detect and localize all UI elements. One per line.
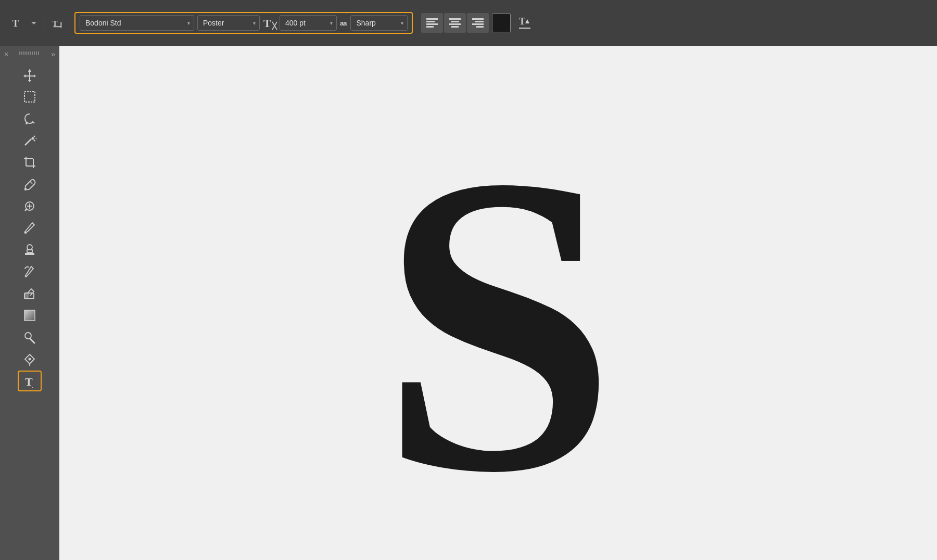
text-tool-button[interactable]: T <box>8 15 26 31</box>
svg-rect-15 <box>451 26 459 28</box>
svg-text:T: T <box>53 19 58 28</box>
history-brush-tool[interactable] <box>18 261 42 282</box>
lasso-icon <box>23 112 36 125</box>
antialiasing-select[interactable]: Sharp <box>350 15 408 31</box>
left-sidebar: × » <box>0 46 59 560</box>
svg-rect-43 <box>25 253 34 255</box>
align-group <box>421 13 489 33</box>
svg-rect-18 <box>472 23 484 25</box>
eraser-icon <box>23 287 36 300</box>
svg-line-35 <box>30 182 32 184</box>
align-center-icon <box>448 16 462 30</box>
svg-rect-9 <box>426 21 435 22</box>
align-left-icon <box>425 16 439 30</box>
text-orientation-icon: T <box>52 17 63 29</box>
align-right-button[interactable] <box>467 13 489 33</box>
magic-wand-tool[interactable] <box>18 130 42 151</box>
sidebar-expand-button[interactable]: » <box>51 50 55 58</box>
svg-rect-46 <box>24 293 29 299</box>
svg-point-41 <box>27 245 32 250</box>
stamp-tool[interactable] <box>18 239 42 260</box>
type-tool[interactable]: T . <box>18 371 42 391</box>
text-orientation-button[interactable]: T <box>48 15 66 31</box>
svg-text:.: . <box>32 383 33 388</box>
brush-tool[interactable] <box>18 218 42 238</box>
brush-icon <box>23 221 36 235</box>
svg-marker-23 <box>23 69 36 82</box>
text-tool-group: T T <box>8 15 66 31</box>
svg-rect-48 <box>24 310 35 321</box>
svg-rect-19 <box>476 26 484 28</box>
svg-rect-11 <box>426 26 434 28</box>
svg-text:T: T <box>12 18 19 29</box>
history-brush-icon <box>23 265 36 278</box>
stamp-icon <box>23 243 36 257</box>
sidebar-close-button[interactable]: × <box>4 50 8 58</box>
align-center-button[interactable] <box>444 13 466 33</box>
top-toolbar: T T Bodoni Std ▾ Pos <box>0 0 937 46</box>
text-tool-icon: T <box>11 17 23 29</box>
antialiasing-label-icon: aa <box>340 19 346 27</box>
text-tool-dropdown[interactable] <box>28 18 40 28</box>
lasso-tool[interactable] <box>18 108 42 129</box>
text-color-swatch[interactable] <box>492 14 511 32</box>
marquee-tool[interactable] <box>18 86 42 107</box>
font-size-select[interactable]: 400 pt <box>280 15 337 31</box>
type-icon: T . <box>23 374 36 388</box>
svg-text:T: T <box>263 17 271 30</box>
eyedropper-icon <box>23 177 36 191</box>
svg-line-50 <box>30 339 34 343</box>
crop-tool[interactable] <box>18 152 42 173</box>
move-icon <box>23 68 36 82</box>
svg-text:T: T <box>519 16 525 27</box>
svg-marker-27 <box>31 137 34 140</box>
font-style-wrapper: Poster ▾ <box>197 15 260 31</box>
align-left-button[interactable] <box>421 13 443 33</box>
antialiasing-group: aa Sharp ▾ <box>340 15 408 31</box>
font-name-wrapper: Bodoni Std ▾ <box>80 15 194 31</box>
font-size-svg: T <box>263 16 277 30</box>
svg-line-26 <box>25 139 31 145</box>
gradient-tool[interactable] <box>18 305 42 326</box>
dodge-icon <box>23 330 36 344</box>
gradient-icon <box>23 309 36 322</box>
move-tool[interactable] <box>18 65 42 85</box>
svg-point-25 <box>26 122 28 124</box>
font-style-select[interactable]: Poster <box>197 15 260 31</box>
healing-tool[interactable] <box>18 196 42 217</box>
pen-icon <box>23 352 36 366</box>
sidebar-top-bar: × » <box>0 46 59 62</box>
svg-rect-14 <box>449 23 461 25</box>
eyedropper-tool[interactable] <box>18 174 42 195</box>
font-size-group: T 400 pt ▾ <box>263 15 337 31</box>
svg-rect-13 <box>451 21 459 22</box>
tool-list: T . <box>0 62 59 560</box>
svg-point-49 <box>25 333 31 339</box>
eraser-tool[interactable] <box>18 283 42 304</box>
sidebar-drag-handle <box>19 52 40 55</box>
svg-rect-12 <box>449 18 461 20</box>
canvas-letter: S <box>379 110 617 537</box>
svg-rect-16 <box>472 18 484 20</box>
magic-wand-icon <box>23 134 36 147</box>
baseline-shift-button[interactable]: T <box>514 12 536 34</box>
dropdown-arrow-icon <box>31 20 36 26</box>
antialiasing-wrapper: Sharp ▾ <box>350 15 408 31</box>
pen-tool[interactable] <box>18 349 42 370</box>
font-options-group: Bodoni Std ▾ Poster ▾ T 400 pt <box>74 12 413 34</box>
svg-point-40 <box>24 232 27 234</box>
font-name-select[interactable]: Bodoni Std <box>80 15 194 31</box>
dodge-tool[interactable] <box>18 327 42 348</box>
svg-rect-10 <box>426 23 438 25</box>
svg-rect-24 <box>24 92 35 102</box>
font-size-icon: T <box>263 16 277 30</box>
svg-point-28 <box>34 136 35 137</box>
svg-rect-17 <box>475 21 484 22</box>
svg-point-29 <box>36 138 37 139</box>
toolbar-divider <box>44 15 44 31</box>
font-size-wrapper: 400 pt ▾ <box>280 15 337 31</box>
crop-icon <box>23 156 36 169</box>
align-right-icon <box>471 16 485 30</box>
svg-point-30 <box>34 140 35 142</box>
svg-marker-22 <box>525 19 529 23</box>
